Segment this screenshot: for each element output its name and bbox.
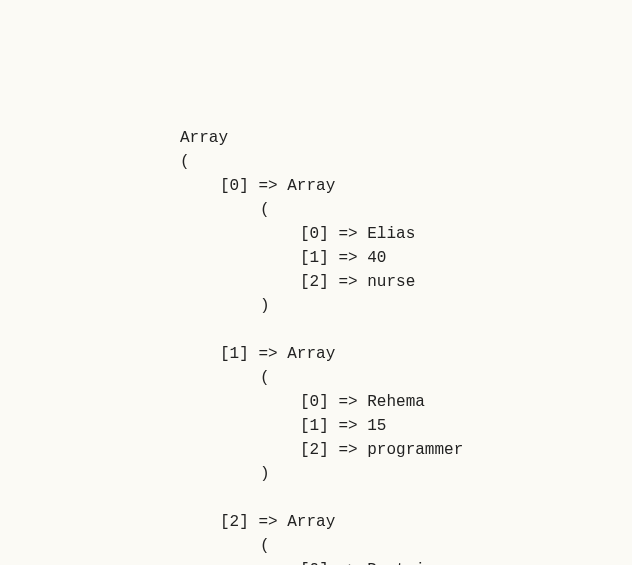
item-value: Beatrice	[367, 561, 444, 565]
item-key: [0]	[300, 225, 329, 243]
inner-open-paren: (	[180, 534, 632, 558]
arrow: =>	[258, 177, 277, 195]
arrow: =>	[338, 225, 357, 243]
item-key: [1]	[300, 417, 329, 435]
entry-header: [2] => Array	[180, 510, 632, 534]
array-dump: Array([0] => Array([0] => Elias[1] => 40…	[180, 126, 632, 565]
entry-header: [0] => Array	[180, 174, 632, 198]
inner-array-label: Array	[287, 177, 335, 195]
item-value: Rehema	[367, 393, 425, 411]
arrow: =>	[338, 249, 357, 267]
item-value: Elias	[367, 225, 415, 243]
entry-index: [0]	[220, 177, 249, 195]
arrow: =>	[258, 513, 277, 531]
blank-line	[180, 318, 632, 342]
item-value: nurse	[367, 273, 415, 291]
arrow: =>	[258, 345, 277, 363]
array-item: [1] => 40	[180, 246, 632, 270]
item-key: [2]	[300, 441, 329, 459]
item-value: 15	[367, 417, 386, 435]
item-value: 40	[367, 249, 386, 267]
inner-array-label: Array	[287, 513, 335, 531]
arrow: =>	[338, 393, 357, 411]
item-value: programmer	[367, 441, 463, 459]
arrow: =>	[338, 273, 357, 291]
item-key: [0]	[300, 393, 329, 411]
array-header: Array	[180, 126, 632, 150]
inner-open-paren: (	[180, 198, 632, 222]
entry-index: [2]	[220, 513, 249, 531]
array-item: [0] => Beatrice	[180, 558, 632, 565]
array-item: [1] => 15	[180, 414, 632, 438]
array-item: [2] => programmer	[180, 438, 632, 462]
inner-open-paren: (	[180, 366, 632, 390]
arrow: =>	[338, 561, 357, 565]
inner-array-label: Array	[287, 345, 335, 363]
arrow: =>	[338, 417, 357, 435]
open-paren: (	[180, 150, 632, 174]
item-key: [2]	[300, 273, 329, 291]
blank-line	[180, 486, 632, 510]
array-item: [0] => Elias	[180, 222, 632, 246]
item-key: [0]	[300, 561, 329, 565]
array-item: [0] => Rehema	[180, 390, 632, 414]
array-item: [2] => nurse	[180, 270, 632, 294]
inner-close-paren: )	[180, 462, 632, 486]
entry-header: [1] => Array	[180, 342, 632, 366]
entry-index: [1]	[220, 345, 249, 363]
item-key: [1]	[300, 249, 329, 267]
arrow: =>	[338, 441, 357, 459]
inner-close-paren: )	[180, 294, 632, 318]
